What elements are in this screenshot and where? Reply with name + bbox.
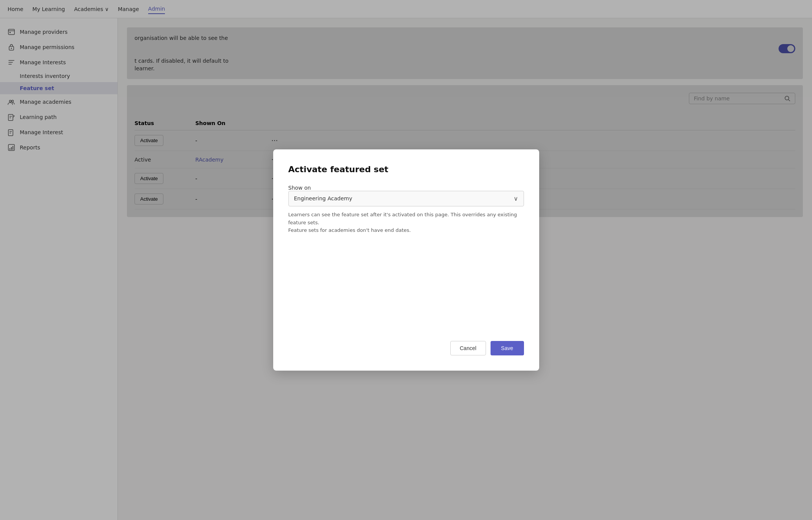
modal-title: Activate featured set [288,165,524,174]
cancel-button[interactable]: Cancel [450,341,486,355]
modal-footer: Cancel Save [288,341,524,355]
save-button[interactable]: Save [491,341,524,355]
modal-hint: Learners can see the feature set after i… [288,211,524,235]
dropdown-value: Engineering Academy [294,195,352,201]
show-on-label: Show on [288,185,311,191]
academy-dropdown[interactable]: Engineering Academy ∨ [288,191,524,206]
chevron-down-icon: ∨ [514,195,518,202]
modal-overlay[interactable]: Activate featured set Show on Engineerin… [0,0,812,520]
modal-dialog: Activate featured set Show on Engineerin… [273,149,539,371]
